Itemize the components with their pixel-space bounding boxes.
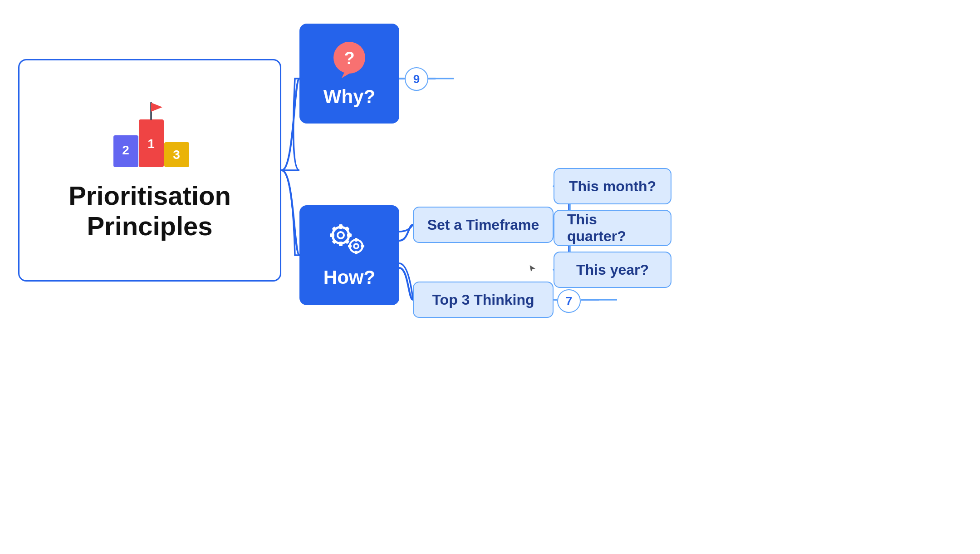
thinking-node: Top 3 Thinking	[413, 282, 554, 318]
svg-text:?: ?	[344, 49, 354, 68]
why-badge: 9	[405, 67, 428, 91]
timeframe-label: Set a Timeframe	[427, 217, 539, 233]
year-label: This year?	[576, 262, 649, 278]
how-label: How?	[323, 267, 375, 288]
svg-marker-25	[151, 103, 162, 112]
svg-rect-42	[355, 251, 358, 254]
svg-rect-31	[339, 224, 343, 229]
thinking-badge-value: 7	[566, 294, 572, 308]
timeframe-node: Set a Timeframe	[413, 207, 554, 243]
thinking-badge[interactable]: 7	[557, 289, 581, 313]
why-label: Why?	[323, 86, 375, 108]
svg-rect-32	[339, 242, 343, 246]
svg-point-39	[350, 240, 363, 252]
svg-rect-33	[347, 233, 352, 237]
how-box: How?	[299, 205, 399, 305]
question-bubble-icon: ?	[329, 40, 370, 80]
main-card: 2 1 3 Prioritisation Principles	[18, 59, 281, 282]
month-label: This month?	[569, 178, 656, 195]
svg-point-40	[354, 244, 358, 248]
svg-rect-43	[361, 245, 364, 247]
svg-text:1: 1	[147, 137, 155, 151]
gears-icon	[328, 223, 371, 261]
thinking-label: Top 3 Thinking	[432, 292, 534, 308]
svg-rect-35	[344, 226, 349, 231]
svg-rect-36	[332, 226, 337, 231]
quarter-label: This quarter?	[567, 211, 658, 245]
svg-rect-44	[348, 245, 352, 247]
why-badge-value: 9	[413, 72, 420, 86]
trophy-icon: 2 1 3	[109, 99, 191, 172]
svg-text:3: 3	[173, 148, 180, 162]
year-node: This year?	[554, 252, 671, 288]
svg-rect-41	[355, 238, 358, 242]
svg-rect-34	[330, 233, 334, 237]
why-box: ? Why?	[299, 24, 399, 124]
main-title: Prioritisation Principles	[20, 181, 280, 241]
svg-text:2: 2	[122, 143, 129, 157]
svg-marker-28	[342, 71, 352, 78]
svg-rect-38	[332, 239, 337, 244]
quarter-node: This quarter?	[554, 210, 671, 246]
svg-rect-37	[344, 239, 349, 244]
cursor	[527, 263, 538, 274]
month-node: This month?	[554, 168, 671, 204]
svg-point-30	[338, 232, 344, 238]
